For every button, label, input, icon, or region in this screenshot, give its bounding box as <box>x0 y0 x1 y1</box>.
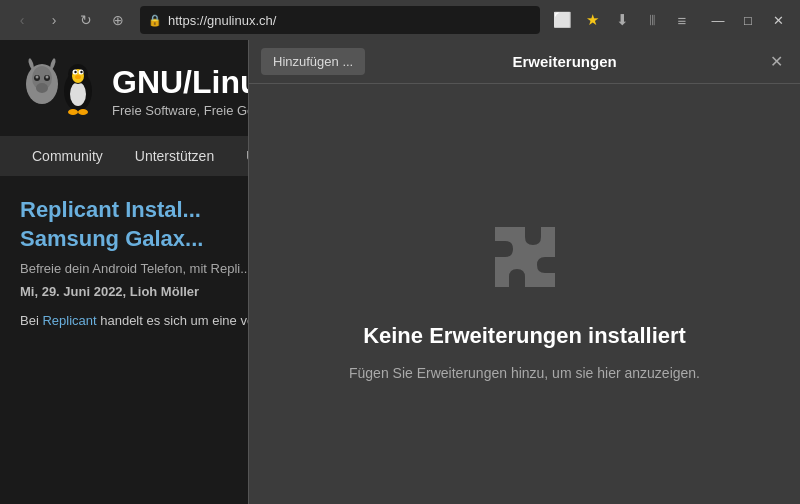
no-extensions-subtitle: Fügen Sie Erweiterungen hinzu, um sie hi… <box>349 365 700 381</box>
close-extensions-button[interactable]: ✕ <box>764 50 788 74</box>
maximize-button[interactable]: □ <box>734 6 762 34</box>
forward-button[interactable]: › <box>40 6 68 34</box>
nav-item-unterstuetzen[interactable]: Unterstützen <box>119 138 230 174</box>
site-logo <box>20 56 100 126</box>
extensions-overlay: Hinzufügen ... Erweiterungen ✕ Keine Erw… <box>248 40 800 504</box>
replicant-link[interactable]: Replicant <box>42 313 96 328</box>
bookmark-button[interactable]: ★ <box>578 6 606 34</box>
extensions-header: Hinzufügen ... Erweiterungen ✕ <box>249 40 800 84</box>
download-button[interactable]: ⬇ <box>608 6 636 34</box>
library-button[interactable]: ⫴ <box>638 6 666 34</box>
toolbar: ‹ › ↻ ⊕ 🔒 https://gnulinux.ch/ ⬜ ★ ⬇ ⫴ ≡… <box>0 0 800 40</box>
svg-point-5 <box>46 76 49 79</box>
svg-point-17 <box>78 109 88 115</box>
extensions-title: Erweiterungen <box>373 53 756 70</box>
address-bar[interactable]: 🔒 https://gnulinux.ch/ <box>140 6 540 34</box>
back-button[interactable]: ‹ <box>8 6 36 34</box>
browser-chrome: ‹ › ↻ ⊕ 🔒 https://gnulinux.ch/ ⬜ ★ ⬇ ⫴ ≡… <box>0 0 800 40</box>
svg-point-4 <box>36 76 39 79</box>
puzzle-icon <box>475 207 575 307</box>
lock-icon: 🔒 <box>148 14 162 27</box>
menu-button[interactable]: ≡ <box>668 6 696 34</box>
svg-point-16 <box>68 109 78 115</box>
toolbar-icons: ⬜ ★ ⬇ ⫴ ≡ <box>548 6 696 34</box>
svg-point-8 <box>70 82 86 106</box>
svg-point-13 <box>74 71 76 73</box>
window-controls: — □ ✕ <box>704 6 792 34</box>
svg-point-14 <box>80 71 82 73</box>
extensions-body: Keine Erweiterungen installiert Fügen Si… <box>249 84 800 504</box>
svg-point-6 <box>36 83 48 93</box>
no-extensions-title: Keine Erweiterungen installiert <box>363 323 686 349</box>
website-content: GNU/Linux.ch Freie Software, Freie Gesel… <box>0 40 800 504</box>
url-display: https://gnulinux.ch/ <box>168 13 532 28</box>
add-extension-button[interactable]: Hinzufügen ... <box>261 48 365 75</box>
close-window-button[interactable]: ✕ <box>764 6 792 34</box>
new-tab-button[interactable]: ⊕ <box>104 6 132 34</box>
minimize-button[interactable]: — <box>704 6 732 34</box>
nav-item-community[interactable]: Community <box>16 138 119 174</box>
svg-point-15 <box>75 75 81 79</box>
screenshot-button[interactable]: ⬜ <box>548 6 576 34</box>
refresh-button[interactable]: ↻ <box>72 6 100 34</box>
